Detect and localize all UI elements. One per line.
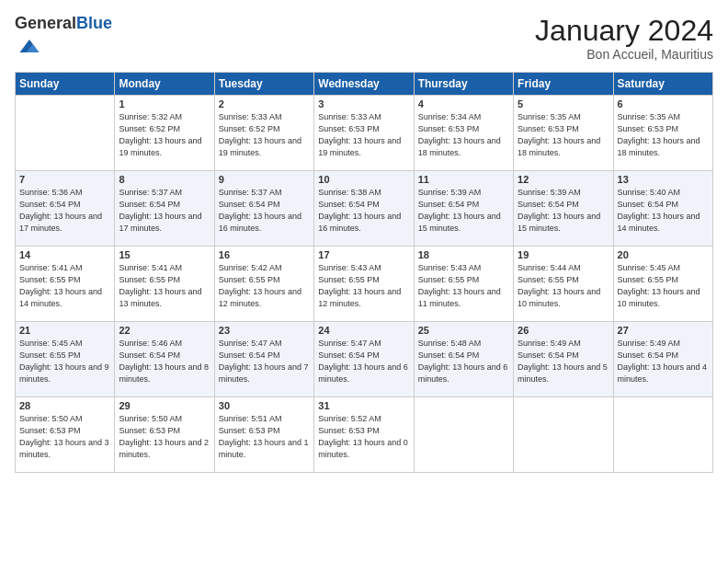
day-number: 4: [418, 98, 509, 109]
week-row-0: 1Sunrise: 5:32 AMSunset: 6:52 PMDaylight…: [16, 95, 713, 170]
week-row-1: 7Sunrise: 5:36 AMSunset: 6:54 PMDaylight…: [16, 170, 713, 246]
day-info: Sunrise: 5:50 AMSunset: 6:53 PMDaylight:…: [19, 413, 110, 461]
day-cell: 15Sunrise: 5:41 AMSunset: 6:55 PMDayligh…: [115, 246, 214, 321]
day-cell: 4Sunrise: 5:34 AMSunset: 6:53 PMDaylight…: [414, 95, 513, 170]
day-info: Sunrise: 5:46 AMSunset: 6:54 PMDaylight:…: [119, 338, 210, 385]
day-number: 11: [418, 174, 509, 185]
day-number: 14: [19, 249, 110, 260]
day-number: 18: [418, 249, 509, 260]
logo-icon: [17, 33, 42, 59]
day-cell: 16Sunrise: 5:42 AMSunset: 6:55 PMDayligh…: [214, 246, 313, 321]
day-info: Sunrise: 5:47 AMSunset: 6:54 PMDaylight:…: [318, 338, 409, 385]
header-cell-tuesday: Tuesday: [214, 72, 313, 95]
day-info: Sunrise: 5:33 AMSunset: 6:53 PMDaylight:…: [318, 111, 409, 159]
day-number: 16: [219, 249, 310, 260]
day-number: 3: [318, 98, 409, 109]
day-info: Sunrise: 5:39 AMSunset: 6:54 PMDaylight:…: [518, 187, 609, 235]
header-cell-thursday: Thursday: [414, 72, 513, 95]
location: Bon Accueil, Mauritius: [535, 47, 713, 62]
week-row-2: 14Sunrise: 5:41 AMSunset: 6:55 PMDayligh…: [16, 246, 713, 321]
day-number: 24: [318, 325, 409, 336]
calendar-thead: SundayMondayTuesdayWednesdayThursdayFrid…: [16, 72, 713, 95]
day-info: Sunrise: 5:51 AMSunset: 6:53 PMDaylight:…: [219, 413, 310, 461]
day-info: Sunrise: 5:50 AMSunset: 6:53 PMDaylight:…: [119, 413, 210, 461]
day-number: 19: [518, 249, 609, 260]
day-number: 28: [19, 400, 110, 411]
day-info: Sunrise: 5:43 AMSunset: 6:55 PMDaylight:…: [418, 262, 509, 310]
day-cell: 19Sunrise: 5:44 AMSunset: 6:55 PMDayligh…: [514, 246, 613, 321]
day-cell: 8Sunrise: 5:37 AMSunset: 6:54 PMDaylight…: [115, 170, 214, 246]
day-number: 13: [618, 174, 709, 185]
day-info: Sunrise: 5:40 AMSunset: 6:54 PMDaylight:…: [618, 187, 709, 235]
day-info: Sunrise: 5:49 AMSunset: 6:54 PMDaylight:…: [518, 338, 609, 385]
header-cell-sunday: Sunday: [16, 72, 115, 95]
day-number: 21: [19, 325, 110, 336]
day-number: 5: [518, 98, 609, 109]
day-number: 7: [19, 174, 110, 185]
day-cell: 17Sunrise: 5:43 AMSunset: 6:55 PMDayligh…: [314, 246, 414, 321]
day-number: 12: [518, 174, 609, 185]
day-cell: 20Sunrise: 5:45 AMSunset: 6:55 PMDayligh…: [613, 246, 712, 321]
day-info: Sunrise: 5:43 AMSunset: 6:55 PMDaylight:…: [318, 262, 409, 310]
day-cell: 21Sunrise: 5:45 AMSunset: 6:55 PMDayligh…: [16, 321, 115, 396]
header-row: SundayMondayTuesdayWednesdayThursdayFrid…: [16, 72, 713, 95]
day-cell: 7Sunrise: 5:36 AMSunset: 6:54 PMDaylight…: [16, 170, 115, 246]
day-cell: 12Sunrise: 5:39 AMSunset: 6:54 PMDayligh…: [514, 170, 613, 246]
day-cell: 1Sunrise: 5:32 AMSunset: 6:52 PMDaylight…: [115, 95, 214, 170]
day-info: Sunrise: 5:48 AMSunset: 6:54 PMDaylight:…: [418, 338, 509, 385]
day-info: Sunrise: 5:34 AMSunset: 6:53 PMDaylight:…: [418, 111, 509, 159]
day-info: Sunrise: 5:36 AMSunset: 6:54 PMDaylight:…: [19, 187, 110, 235]
day-cell: 2Sunrise: 5:33 AMSunset: 6:52 PMDaylight…: [214, 95, 313, 170]
day-cell: 14Sunrise: 5:41 AMSunset: 6:55 PMDayligh…: [16, 246, 115, 321]
day-cell: 26Sunrise: 5:49 AMSunset: 6:54 PMDayligh…: [514, 321, 613, 396]
day-info: Sunrise: 5:37 AMSunset: 6:54 PMDaylight:…: [219, 187, 310, 235]
day-info: Sunrise: 5:35 AMSunset: 6:53 PMDaylight:…: [618, 111, 709, 159]
day-info: Sunrise: 5:37 AMSunset: 6:54 PMDaylight:…: [119, 187, 210, 235]
week-row-4: 28Sunrise: 5:50 AMSunset: 6:53 PMDayligh…: [16, 396, 713, 472]
day-number: 29: [119, 400, 210, 411]
day-cell: [613, 396, 712, 472]
day-number: 10: [318, 174, 409, 185]
day-cell: 23Sunrise: 5:47 AMSunset: 6:54 PMDayligh…: [214, 321, 313, 396]
day-info: Sunrise: 5:41 AMSunset: 6:55 PMDaylight:…: [19, 262, 110, 310]
day-cell: 29Sunrise: 5:50 AMSunset: 6:53 PMDayligh…: [115, 396, 214, 472]
day-cell: 10Sunrise: 5:38 AMSunset: 6:54 PMDayligh…: [314, 170, 414, 246]
day-cell: 24Sunrise: 5:47 AMSunset: 6:54 PMDayligh…: [314, 321, 414, 396]
day-number: 22: [119, 325, 210, 336]
day-info: Sunrise: 5:33 AMSunset: 6:52 PMDaylight:…: [219, 111, 310, 159]
day-number: 26: [518, 325, 609, 336]
day-info: Sunrise: 5:45 AMSunset: 6:55 PMDaylight:…: [618, 262, 709, 310]
day-info: Sunrise: 5:52 AMSunset: 6:53 PMDaylight:…: [318, 413, 409, 461]
day-number: 25: [418, 325, 509, 336]
title-block: January 2024 Bon Accueil, Mauritius: [535, 15, 713, 62]
day-cell: [414, 396, 513, 472]
day-info: Sunrise: 5:41 AMSunset: 6:55 PMDaylight:…: [119, 262, 210, 310]
day-info: Sunrise: 5:47 AMSunset: 6:54 PMDaylight:…: [219, 338, 310, 385]
day-cell: 6Sunrise: 5:35 AMSunset: 6:53 PMDaylight…: [613, 95, 712, 170]
header-cell-friday: Friday: [514, 72, 613, 95]
day-info: Sunrise: 5:32 AMSunset: 6:52 PMDaylight:…: [119, 111, 210, 159]
day-info: Sunrise: 5:42 AMSunset: 6:55 PMDaylight:…: [219, 262, 310, 310]
day-cell: 28Sunrise: 5:50 AMSunset: 6:53 PMDayligh…: [16, 396, 115, 472]
day-number: 27: [618, 325, 709, 336]
header-cell-saturday: Saturday: [613, 72, 712, 95]
day-number: 31: [318, 400, 409, 411]
day-info: Sunrise: 5:35 AMSunset: 6:53 PMDaylight:…: [518, 111, 609, 159]
calendar-body: 1Sunrise: 5:32 AMSunset: 6:52 PMDaylight…: [16, 95, 713, 472]
day-number: 15: [119, 249, 210, 260]
month-title: January 2024: [535, 15, 713, 47]
day-cell: 5Sunrise: 5:35 AMSunset: 6:53 PMDaylight…: [514, 95, 613, 170]
day-number: 20: [618, 249, 709, 260]
day-cell: 27Sunrise: 5:49 AMSunset: 6:54 PMDayligh…: [613, 321, 712, 396]
day-cell: 31Sunrise: 5:52 AMSunset: 6:53 PMDayligh…: [314, 396, 414, 472]
day-info: Sunrise: 5:39 AMSunset: 6:54 PMDaylight:…: [418, 187, 509, 235]
day-cell: 30Sunrise: 5:51 AMSunset: 6:53 PMDayligh…: [214, 396, 313, 472]
header-cell-monday: Monday: [115, 72, 214, 95]
day-number: 9: [219, 174, 310, 185]
logo: GeneralBlue: [15, 15, 112, 63]
day-cell: 9Sunrise: 5:37 AMSunset: 6:54 PMDaylight…: [214, 170, 313, 246]
header-cell-wednesday: Wednesday: [314, 72, 414, 95]
day-number: 30: [219, 400, 310, 411]
day-cell: 22Sunrise: 5:46 AMSunset: 6:54 PMDayligh…: [115, 321, 214, 396]
day-cell: 3Sunrise: 5:33 AMSunset: 6:53 PMDaylight…: [314, 95, 414, 170]
